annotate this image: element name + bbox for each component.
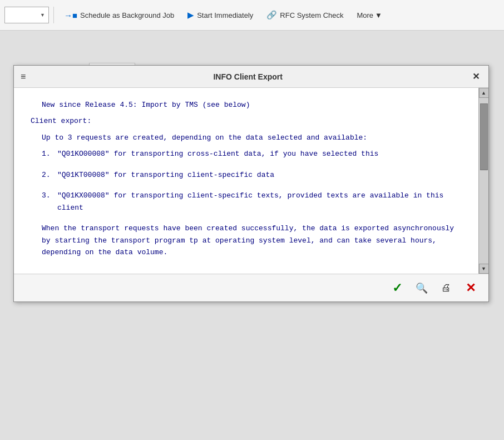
list-item-3: 3. "Q01KX00008" for transporting client-… <box>42 190 462 214</box>
modal-search-button[interactable]: 🔍 <box>413 279 431 297</box>
info-line4: When the transport requests have been cr… <box>31 223 462 258</box>
start-immediately-label: Start Immediately <box>197 11 253 19</box>
rfc-icon: 🔗 <box>266 10 277 20</box>
more-chevron-icon: ▼ <box>375 11 382 19</box>
modal-dialog: ≡ INFO Client Export ✕ New since Release… <box>13 65 491 302</box>
modal-content-wrapper: New since Release 4.5: Import by TMS (se… <box>14 88 488 274</box>
rfc-system-check-button[interactable]: 🔗 RFC System Check <box>261 7 349 23</box>
modal-menu-icon[interactable]: ≡ <box>21 72 26 82</box>
check-icon: ✓ <box>392 281 402 295</box>
close-x-icon: ✕ <box>466 281 476 295</box>
modal-close-footer-button[interactable]: ✕ <box>462 279 480 297</box>
more-label: More <box>357 11 373 19</box>
modal-scrollbar[interactable]: ▲ ▼ <box>478 88 488 274</box>
rfc-system-check-label: RFC System Check <box>280 11 343 19</box>
more-button[interactable]: More ▼ <box>351 7 388 23</box>
list-num-1: 1. <box>42 148 53 160</box>
start-icon: ▶ <box>187 10 194 20</box>
list-text-1: "Q01KO00008" for transporting cross-clie… <box>57 148 378 160</box>
list-item-1: 1. "Q01KO00008" for transporting cross-c… <box>42 148 462 160</box>
list-text-3: "Q01KX00008" for transporting client-spe… <box>57 190 462 214</box>
schedule-bg-job-button[interactable]: →■ Schedule as Background Job <box>58 7 180 23</box>
schedule-bg-job-label: Schedule as Background Job <box>80 11 174 19</box>
modal-titlebar: ≡ INFO Client Export ✕ <box>14 66 488 88</box>
list-num-3: 3. <box>42 190 53 214</box>
info-line2: Client export: <box>31 115 462 127</box>
modal-confirm-button[interactable]: ✓ <box>388 279 406 297</box>
toolbar-dropdown[interactable] <box>4 7 49 23</box>
schedule-icon: →■ <box>64 11 77 20</box>
toolbar-separator-1 <box>53 7 54 23</box>
search-icon: 🔍 <box>416 282 428 294</box>
info-text-block: New since Release 4.5: Import by TMS (se… <box>31 99 462 258</box>
modal-container: ≡ INFO Client Export ✕ New since Release… <box>13 65 489 302</box>
modal-title: INFO Client Export <box>26 72 470 81</box>
scrollbar-down-arrow[interactable]: ▼ <box>479 264 489 274</box>
modal-print-button[interactable]: 🖨 <box>437 279 455 297</box>
list-item-2: 2. "Q01KT00008" for transporting client-… <box>42 169 462 181</box>
modal-close-button[interactable]: ✕ <box>470 70 482 83</box>
start-immediately-button[interactable]: ▶ Start Immediately <box>182 7 259 23</box>
scrollbar-up-arrow[interactable]: ▲ <box>479 88 489 98</box>
info-line3: Up to 3 requests are created, depending … <box>31 132 462 144</box>
list-container: 1. "Q01KO00008" for transporting cross-c… <box>31 148 462 214</box>
list-text-2: "Q01KT00008" for transporting client-spe… <box>57 169 274 181</box>
main-toolbar: →■ Schedule as Background Job ▶ Start Im… <box>0 0 504 31</box>
scrollbar-track[interactable] <box>479 98 488 264</box>
modal-body: New since Release 4.5: Import by TMS (se… <box>14 88 478 274</box>
modal-footer: ✓ 🔍 🖨 ✕ <box>14 274 488 301</box>
list-num-2: 2. <box>42 169 53 181</box>
scrollbar-thumb[interactable] <box>480 103 488 170</box>
print-icon: 🖨 <box>441 282 451 294</box>
info-line1: New since Release 4.5: Import by TMS (se… <box>31 99 462 111</box>
